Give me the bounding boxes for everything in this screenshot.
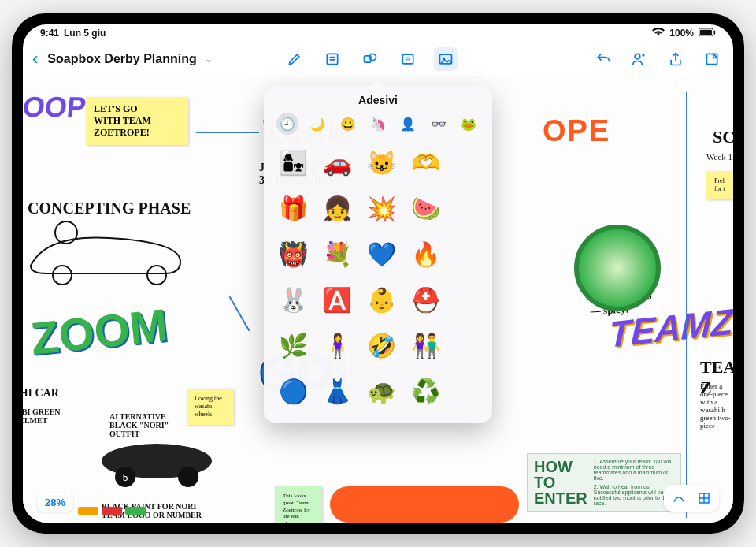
sticker-item[interactable]: 🫶 bbox=[407, 144, 443, 180]
freeform-view-button[interactable] bbox=[667, 488, 691, 508]
sticky-prel[interactable]: Prel for t bbox=[706, 171, 733, 199]
sticker-item[interactable]: 🔵 bbox=[275, 373, 311, 409]
sticker-item[interactable]: 🎁 bbox=[275, 190, 311, 226]
divider-line bbox=[686, 92, 687, 518]
label-sushi: SUSHI CAR bbox=[23, 387, 59, 400]
sticker-item[interactable] bbox=[451, 144, 487, 180]
color-swatches bbox=[78, 507, 146, 515]
svg-point-16 bbox=[147, 266, 166, 285]
category-glasses[interactable]: 👓 bbox=[428, 113, 450, 135]
wifi-icon bbox=[652, 28, 665, 39]
battery-level: 100% bbox=[669, 28, 694, 39]
rule-2: 2. Wait to hear from us! Successful appl… bbox=[594, 484, 674, 506]
sticker-item[interactable]: 🌿 bbox=[275, 327, 311, 363]
rule-1: 1. Assemble your team! You will need a m… bbox=[594, 459, 674, 481]
label-sc: SC bbox=[713, 127, 733, 147]
sticker-categories: 🕘 🌙 😀 🦄 👤 👓 🐸 bbox=[273, 113, 483, 141]
render-car-bottom bbox=[330, 486, 519, 523]
how-to-enter-card[interactable]: HOW TO ENTER 1. Assemble your team! You … bbox=[527, 453, 681, 512]
sticker-item[interactable] bbox=[451, 281, 487, 318]
sticker-item[interactable] bbox=[451, 327, 487, 363]
sticker-grid: 👩‍👧🚗😺🫶🎁👧💥🍉👹💐💙🔥🐰🅰️👶⛑️🌿🧍‍♀️🤣👫🔵👗🐢♻️ bbox=[273, 141, 483, 412]
shape-tool[interactable] bbox=[358, 47, 382, 71]
date: Lun 5 giu bbox=[64, 28, 106, 39]
sticker-item[interactable]: 👫 bbox=[407, 327, 443, 363]
wasabi-wheel bbox=[574, 225, 661, 311]
sticker-item[interactable]: 💥 bbox=[363, 190, 399, 226]
chevron-down-icon[interactable]: ⌄ bbox=[205, 54, 213, 65]
sticker-item[interactable]: 🐢 bbox=[363, 373, 399, 409]
sticker-item[interactable] bbox=[451, 190, 487, 226]
undo-button[interactable] bbox=[591, 47, 615, 71]
category-memoji[interactable]: 🌙 bbox=[306, 113, 328, 135]
sticker-item[interactable]: 🚗 bbox=[319, 144, 355, 180]
sketch-car-1 bbox=[23, 218, 196, 289]
media-tool[interactable] bbox=[434, 47, 458, 71]
category-animoji[interactable]: 🦄 bbox=[367, 113, 389, 135]
new-button[interactable] bbox=[700, 47, 724, 71]
svg-text:5: 5 bbox=[123, 472, 128, 483]
sticker-item[interactable]: 🧍‍♀️ bbox=[319, 327, 355, 363]
sticker-item[interactable]: 🍉 bbox=[407, 190, 443, 226]
sticker-item[interactable] bbox=[451, 373, 487, 409]
svg-point-12 bbox=[635, 54, 640, 59]
toolbar: ‹ Soapbox Derby Planning ⌄ A bbox=[23, 42, 733, 76]
category-emoji[interactable]: 😀 bbox=[337, 113, 359, 135]
zoom-level[interactable]: 28% bbox=[37, 493, 73, 512]
status-bar: 9:41 Lun 5 giu 100% bbox=[23, 24, 733, 42]
back-button[interactable]: ‹ bbox=[32, 49, 38, 69]
sticker-item[interactable]: ⛑️ bbox=[407, 281, 443, 318]
sticker-item[interactable]: 👹 bbox=[275, 236, 311, 272]
svg-rect-2 bbox=[713, 30, 715, 34]
sticker-item[interactable]: 💙 bbox=[363, 236, 399, 272]
connector-line bbox=[229, 296, 250, 331]
popover-title: Adesivi bbox=[273, 94, 483, 106]
label-week: Week 1 bbox=[706, 152, 732, 162]
how-label: HOW bbox=[534, 459, 587, 474]
view-tools bbox=[664, 485, 719, 512]
board-title[interactable]: Soapbox Derby Planning bbox=[47, 52, 196, 66]
sticker-item[interactable]: ♻️ bbox=[407, 373, 443, 409]
grid-view-button[interactable] bbox=[692, 488, 716, 508]
connector-line bbox=[196, 132, 259, 133]
note-tool[interactable] bbox=[321, 47, 344, 71]
sticker-item[interactable]: 👧 bbox=[319, 190, 355, 226]
svg-text:A: A bbox=[406, 55, 410, 63]
svg-point-13 bbox=[642, 54, 644, 56]
text-tool[interactable]: A bbox=[396, 47, 420, 71]
sticker-item[interactable]: 😺 bbox=[363, 144, 399, 180]
category-frog[interactable]: 🐸 bbox=[458, 113, 480, 135]
battery-icon bbox=[699, 28, 716, 39]
svg-point-15 bbox=[53, 266, 72, 285]
enter-label: ENTER bbox=[534, 490, 587, 506]
label-either: Either a one-piece with a wasabi h green… bbox=[700, 382, 733, 430]
sketch-car-2: 5 bbox=[94, 430, 220, 493]
collaborate-button[interactable] bbox=[628, 47, 651, 71]
category-recent[interactable]: 🕘 bbox=[276, 113, 298, 135]
sticker-item[interactable]: 💐 bbox=[319, 236, 355, 272]
sticker-item[interactable] bbox=[451, 236, 487, 272]
label-wasabi: WASABI GREEN ON HELMET bbox=[23, 407, 61, 425]
svg-point-20 bbox=[178, 467, 198, 487]
sticker-item[interactable]: 👶 bbox=[363, 281, 399, 318]
svg-rect-1 bbox=[700, 30, 712, 35]
banner-ope: OPE bbox=[543, 114, 610, 148]
sticky-teamz[interactable]: This looks great. Team Zoetrope for the … bbox=[275, 486, 322, 523]
sticker-item[interactable]: 🔥 bbox=[407, 236, 443, 272]
sticker-zoom[interactable]: ZOOM bbox=[28, 298, 170, 365]
sticker-item[interactable]: 🐰 bbox=[275, 281, 311, 318]
sticky-wasabi[interactable]: Loving the wasabi wheels! bbox=[187, 389, 234, 425]
sticker-item[interactable]: 👩‍👧 bbox=[275, 144, 311, 180]
stickers-popover: Adesivi 🕘 🌙 😀 🦄 👤 👓 🐸 👩‍👧🚗😺🫶🎁👧💥🍉👹💐💙🔥🐰🅰️👶… bbox=[264, 86, 492, 423]
sticky-zoetrope[interactable]: LET'S GO WITH TEAM ZOETROPE! bbox=[86, 97, 188, 145]
share-button[interactable] bbox=[664, 47, 687, 71]
label-concepting: CONCEPTING PHASE bbox=[28, 199, 191, 218]
sticker-item[interactable]: 👗 bbox=[319, 373, 355, 409]
to-label: TO bbox=[534, 474, 587, 490]
sticker-item[interactable]: 🤣 bbox=[363, 327, 399, 363]
sticker-item[interactable]: 🅰️ bbox=[319, 281, 355, 318]
pen-tool[interactable] bbox=[283, 47, 306, 71]
clock: 9:41 bbox=[40, 28, 59, 39]
category-user[interactable]: 👤 bbox=[397, 113, 419, 135]
